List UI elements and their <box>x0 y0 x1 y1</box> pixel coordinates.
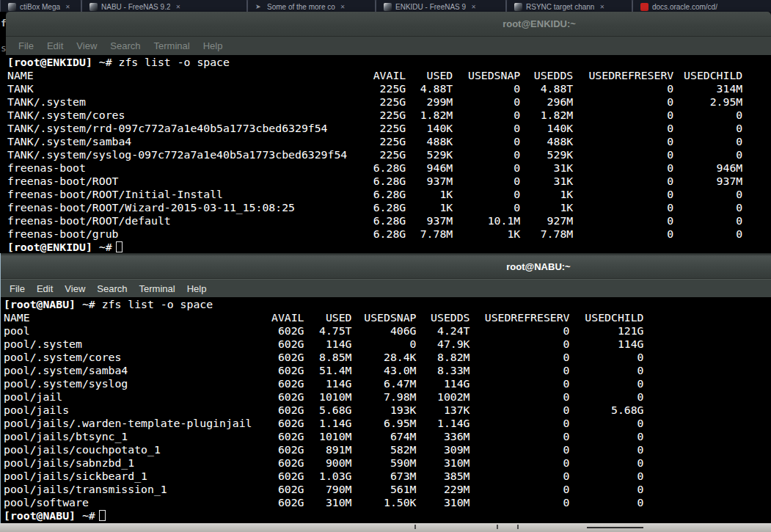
dataset-value: 0 <box>573 148 673 161</box>
dataset-name: freenas-boot/grub <box>7 227 347 241</box>
dataset-name: pool/.system/cores <box>4 351 252 364</box>
strip-mark <box>587 527 643 528</box>
dataset-value: 0 <box>470 351 570 364</box>
tab-close-icon[interactable]: ✕ <box>175 4 180 12</box>
dataset-name: pool/jail <box>4 390 252 404</box>
table-row: TANK/.system/rrd-097c772a7a1e40b5a1773cb… <box>7 122 742 135</box>
nabu-command-line: [root@NABU] ~# zfs list -o space <box>4 298 771 311</box>
table-row: pool/jail602G1010M7.98M1002M00 <box>4 390 644 404</box>
dataset-value: 0 <box>453 188 520 201</box>
menu-help[interactable]: Help <box>181 283 213 294</box>
dataset-value: 0 <box>573 214 673 227</box>
dataset-value: 0 <box>470 456 570 470</box>
menu-edit[interactable]: Edit <box>40 40 70 51</box>
menu-search[interactable]: Search <box>91 283 133 294</box>
enkidu-titlebar[interactable]: root@ENKIDU:~ <box>6 12 771 37</box>
menu-view[interactable]: View <box>59 283 91 294</box>
nabu-terminal-content[interactable]: [root@NABU] ~# zfs list -o space NAMEAVA… <box>1 297 771 523</box>
tab-title: NABU - FreeNAS 9.2 <box>101 3 170 12</box>
tab-title: RSYNC target chann <box>526 3 594 12</box>
table-row: pool/jails/btsync_1602G1010M674M336M00 <box>4 430 644 443</box>
shell-prompt: [root@NABU] <box>4 298 76 310</box>
dataset-value: 6.28G <box>347 201 406 214</box>
dataset-value: 0 <box>570 377 644 390</box>
table-row: freenas-boot/ROOT/default6.28G937M10.1M9… <box>7 214 742 227</box>
dataset-value: 225G <box>347 148 406 161</box>
dataset-value: 31K <box>520 175 573 188</box>
dataset-value: 602G <box>252 377 304 390</box>
dataset-value: 0 <box>570 417 644 430</box>
browser-tab[interactable]: Some of the more co✕ <box>247 0 376 12</box>
tab-close-icon[interactable]: ✕ <box>471 4 476 12</box>
dataset-value: 296M <box>520 95 573 109</box>
tab-close-icon[interactable]: ✕ <box>599 4 604 12</box>
column-header: USEDREFRESERV <box>573 69 673 82</box>
dataset-value: 0 <box>573 82 673 95</box>
menu-terminal[interactable]: Terminal <box>134 283 181 294</box>
dataset-value: 28.4K <box>352 351 417 364</box>
dataset-value: 336M <box>417 430 470 443</box>
nabu-titlebar[interactable]: root@NABU:~ <box>1 253 771 279</box>
enkidu-idle-prompt: [root@ENKIDU] ~# <box>7 241 771 254</box>
menu-help[interactable]: Help <box>197 40 230 51</box>
dataset-value: 140K <box>406 122 453 135</box>
dataset-name: freenas-boot/ROOT/Wizard-2015-03-11_15:0… <box>7 201 347 214</box>
column-header: USED <box>304 311 352 324</box>
dataset-value: 0 <box>573 122 673 135</box>
column-header: AVAIL <box>347 69 406 82</box>
enkidu-terminal-content[interactable]: [root@ENKIDU] ~# zfs list -o space NAMEA… <box>6 55 771 253</box>
dataset-value: 946M <box>406 161 453 175</box>
dataset-name: TANK/.system <box>7 95 347 109</box>
menu-file[interactable]: File <box>12 40 40 51</box>
browser-tab-bar: ctiBox Mega✕NABU - FreeNAS 9.2✕Some of t… <box>0 0 771 12</box>
tab-close-icon[interactable]: ✕ <box>340 4 346 12</box>
dataset-value: 31K <box>520 161 573 175</box>
dataset-value: 937M <box>673 175 742 188</box>
dataset-value: 0 <box>570 430 644 443</box>
dataset-value: 0 <box>453 122 520 135</box>
dataset-name: freenas-boot/ROOT/default <box>7 214 347 227</box>
enkidu-command-line: [root@ENKIDU] ~# zfs list -o space <box>7 56 771 69</box>
browser-tab[interactable]: ctiBox Mega✕ <box>0 0 81 12</box>
column-header: USEDSNAP <box>453 69 520 82</box>
dataset-value: 0 <box>573 201 673 214</box>
dataset-value: 10.1M <box>453 214 520 227</box>
dataset-value: 4.24T <box>417 324 470 338</box>
dataset-name: TANK/.system/samba4 <box>7 135 347 148</box>
table-row: pool/jails/sabnzbd_1602G900M590M310M00 <box>4 456 644 470</box>
dataset-value: 225G <box>347 122 406 135</box>
table-header-row: NAMEAVAILUSEDUSEDSNAPUSEDDSUSEDREFRESERV… <box>7 69 742 82</box>
dataset-value: 900M <box>304 456 352 470</box>
menu-edit[interactable]: Edit <box>31 283 59 294</box>
menu-terminal[interactable]: Terminal <box>147 40 197 51</box>
dataset-value: 937M <box>406 175 453 188</box>
tab-close-icon[interactable]: ✕ <box>65 4 70 12</box>
dataset-value: 1.14G <box>304 417 352 430</box>
dataset-value: 674M <box>352 430 417 443</box>
enkidu-zfs-space-table: NAMEAVAILUSEDUSEDSNAPUSEDDSUSEDREFRESERV… <box>7 69 742 241</box>
dataset-value: 5.68G <box>570 404 644 417</box>
dataset-value: 927M <box>520 214 573 227</box>
browser-tab[interactable]: NABU - FreeNAS 9.2✕ <box>81 0 247 12</box>
menu-view[interactable]: View <box>70 40 103 51</box>
browser-tab[interactable]: RSYNC target chann✕ <box>506 0 632 12</box>
dataset-value: 673M <box>352 470 417 483</box>
menu-search[interactable]: Search <box>103 40 147 51</box>
dataset-value: 4.75T <box>304 324 352 338</box>
table-row: TANK225G4.88T04.88T0314M <box>7 82 742 95</box>
dataset-value: 6.28G <box>347 227 406 241</box>
background-window-sliver: f s <box>0 12 6 253</box>
dataset-value: 0 <box>453 135 520 148</box>
browser-tab[interactable]: docs.oracle.com/cd/ <box>632 0 771 12</box>
table-row: pool/.system602G114G047.9K0114G <box>4 338 644 351</box>
dataset-value: 488K <box>520 135 573 148</box>
browser-tab[interactable]: ENKIDU - FreeNAS 9✕ <box>376 0 506 12</box>
terminal-window-nabu: root@NABU:~ FileEditViewSearchTerminalHe… <box>0 253 771 523</box>
oracle-favicon-icon <box>640 3 648 11</box>
dataset-value: 4.88T <box>520 82 573 95</box>
column-header: AVAIL <box>252 311 304 324</box>
page-favicon-icon <box>8 3 16 11</box>
dataset-value: 582M <box>352 443 417 456</box>
menu-file[interactable]: File <box>4 283 31 294</box>
dataset-value: 602G <box>252 338 304 351</box>
